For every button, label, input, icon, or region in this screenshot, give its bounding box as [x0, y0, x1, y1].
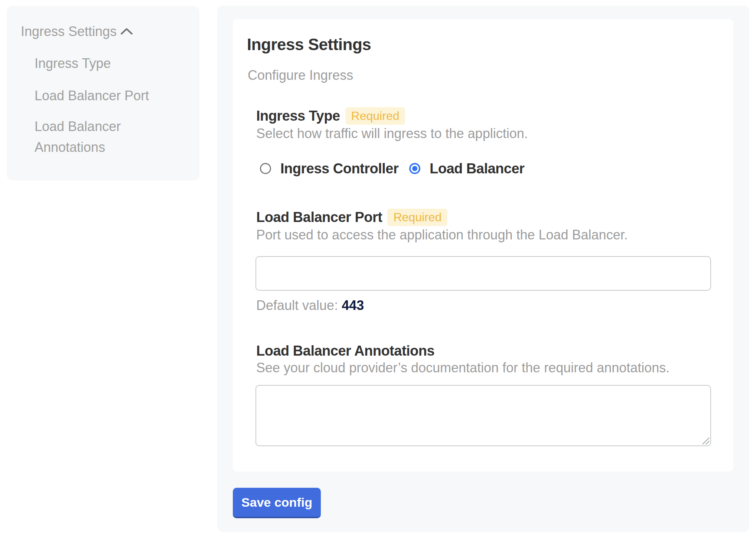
ingress-settings-card: Ingress Settings Configure Ingress Ingre… [233, 19, 733, 471]
card-title: Ingress Settings [247, 35, 371, 54]
ingress-type-description: Select how traffic will ingress to the a… [256, 126, 528, 141]
radio-option-ingress-controller[interactable]: Ingress Controller [260, 160, 398, 177]
lb-port-label-row: Load Balancer Port Required [256, 209, 447, 226]
ingress-type-required-badge: Required [345, 107, 405, 125]
lb-annotations-label-row: Load Balancer Annotations [256, 343, 434, 359]
lb-annotations-description: See your cloud provider’s documentation … [256, 360, 669, 376]
load-balancer-radio-label: Load Balancer [430, 161, 524, 177]
ingress-type-label-row: Ingress Type Required [256, 107, 405, 125]
textarea-resize-handle[interactable] [701, 436, 710, 445]
load-balancer-radio[interactable] [409, 163, 420, 174]
lb-port-default-value: 443 [342, 298, 364, 313]
chevron-up-icon [120, 27, 133, 36]
sidebar-group-label: Ingress Settings [21, 24, 117, 39]
save-config-button[interactable]: Save config [233, 488, 321, 518]
lb-port-default-label: Default value: [256, 298, 338, 313]
settings-nav-sidebar: Ingress Settings Ingress Type Load Balan… [7, 6, 199, 180]
sidebar-group-ingress-settings[interactable]: Ingress Settings [21, 21, 133, 42]
card-subtitle: Configure Ingress [248, 68, 353, 83]
lb-port-input[interactable] [255, 256, 711, 291]
ingress-controller-radio[interactable] [260, 163, 271, 174]
sidebar-item-load-balancer-annotations[interactable]: Load Balancer Annotations [35, 116, 161, 158]
lb-annotations-label: Load Balancer Annotations [256, 343, 434, 359]
lb-port-default-row: Default value: 443 [256, 298, 364, 313]
sidebar-item-ingress-type[interactable]: Ingress Type [35, 53, 161, 74]
ingress-type-label: Ingress Type [256, 108, 340, 124]
lb-port-required-badge: Required [387, 209, 447, 226]
lb-annotations-textarea[interactable] [255, 385, 711, 446]
ingress-controller-radio-label: Ingress Controller [280, 161, 398, 177]
lb-port-label: Load Balancer Port [256, 209, 382, 225]
lb-port-description: Port used to access the application thro… [256, 227, 628, 243]
radio-option-load-balancer[interactable]: Load Balancer [409, 160, 524, 177]
sidebar-item-load-balancer-port[interactable]: Load Balancer Port [35, 85, 161, 106]
